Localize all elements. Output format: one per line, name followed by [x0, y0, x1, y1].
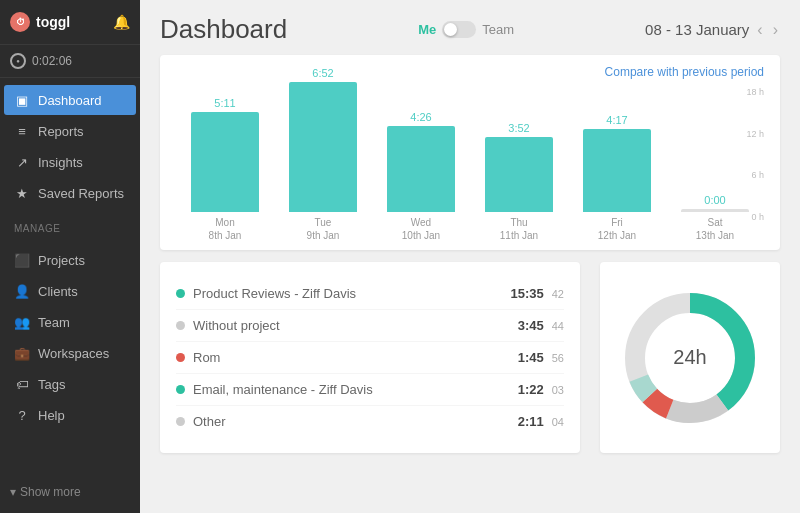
me-label: Me: [418, 22, 436, 37]
sidebar-item-label: Reports: [38, 124, 84, 139]
main-header: Dashboard Me Team 08 - 13 January ‹ ›: [140, 0, 800, 55]
breakdown-item: Product Reviews - Ziff Davis15:3542: [176, 278, 564, 310]
breakdown-item-seconds: 56: [552, 352, 564, 364]
bar: [191, 112, 260, 212]
sidebar-item-saved-reports[interactable]: ★ Saved Reports: [4, 178, 136, 208]
y-axis-label: 6 h: [746, 170, 764, 180]
bar: [583, 129, 652, 212]
compare-link[interactable]: Compare with previous period: [176, 65, 764, 79]
breakdown-item-seconds: 44: [552, 320, 564, 332]
breakdown-list: Product Reviews - Ziff Davis15:3542Witho…: [160, 262, 580, 453]
dot-icon: [176, 385, 185, 394]
bar-column: 3:52Thu11th Jan: [470, 122, 568, 242]
chart-y-axis: 18 h12 h6 h0 h: [746, 87, 764, 242]
y-axis-label: 18 h: [746, 87, 764, 97]
sidebar-item-help[interactable]: ? Help: [4, 400, 136, 430]
bar-value: 5:11: [214, 97, 235, 109]
sidebar-nav: ▣ Dashboard ≡ Reports ↗ Insights ★ Saved…: [0, 78, 140, 215]
sidebar-item-label: Saved Reports: [38, 186, 124, 201]
dot-icon: [176, 321, 185, 330]
sidebar-header: ⏱ toggl 🔔: [0, 0, 140, 45]
show-more-label: Show more: [20, 485, 81, 499]
breakdown-item-name: Other: [193, 414, 510, 429]
sidebar-item-label: Tags: [38, 377, 65, 392]
bar-column: 6:52Tue9th Jan: [274, 67, 372, 242]
reports-icon: ≡: [14, 123, 30, 139]
breakdown-item-time: 1:22: [518, 382, 544, 397]
bar-label: Sat13th Jan: [696, 216, 734, 242]
show-more-button[interactable]: ▾ Show more: [0, 479, 140, 505]
main-content: Dashboard Me Team 08 - 13 January ‹ › Co…: [140, 0, 800, 513]
logo: ⏱ toggl: [10, 12, 70, 32]
sidebar-item-label: Projects: [38, 253, 85, 268]
breakdown-item-name: Email, maintenance - Ziff Davis: [193, 382, 510, 397]
bar-label: Tue9th Jan: [307, 216, 340, 242]
logo-text: toggl: [36, 14, 70, 30]
donut-value: 24h: [673, 346, 706, 369]
help-icon: ?: [14, 407, 30, 423]
sidebar-item-tags[interactable]: 🏷 Tags: [4, 369, 136, 399]
prev-period-button[interactable]: ‹: [755, 21, 764, 39]
sidebar-item-dashboard[interactable]: ▣ Dashboard: [4, 85, 136, 115]
manage-nav: ⬛ Projects 👤 Clients 👥 Team 💼 Workspaces…: [0, 238, 140, 437]
bar-chart-section: Compare with previous period 5:11Mon8th …: [160, 55, 780, 250]
dot-icon: [176, 417, 185, 426]
bar-value: 0:00: [704, 194, 725, 206]
timer-section: ● 0:02:06: [0, 45, 140, 78]
me-team-switch[interactable]: [442, 21, 476, 38]
team-icon: 👥: [14, 314, 30, 330]
breakdown-item: Without project3:4544: [176, 310, 564, 342]
y-axis-label: 0 h: [746, 212, 764, 222]
manage-section-label: MANAGE: [0, 215, 140, 238]
breakdown-item-name: Without project: [193, 318, 510, 333]
bar-value: 6:52: [312, 67, 333, 79]
breakdown-item-seconds: 03: [552, 384, 564, 396]
bar-label: Thu11th Jan: [500, 216, 538, 242]
sidebar-item-label: Help: [38, 408, 65, 423]
workspaces-icon: 💼: [14, 345, 30, 361]
donut-center-label: 24h: [673, 346, 706, 369]
bar-column: 4:26Wed10th Jan: [372, 111, 470, 242]
sidebar-item-reports[interactable]: ≡ Reports: [4, 116, 136, 146]
sidebar-item-insights[interactable]: ↗ Insights: [4, 147, 136, 177]
timer-icon: ●: [10, 53, 26, 69]
sidebar-item-clients[interactable]: 👤 Clients: [4, 276, 136, 306]
breakdown-item-time: 1:45: [518, 350, 544, 365]
next-period-button[interactable]: ›: [771, 21, 780, 39]
dashboard-icon: ▣: [14, 92, 30, 108]
bar-column: 4:17Fri12th Jan: [568, 114, 666, 242]
me-team-toggle: Me Team: [418, 21, 514, 38]
sidebar-item-projects[interactable]: ⬛ Projects: [4, 245, 136, 275]
dot-icon: [176, 353, 185, 362]
saved-reports-icon: ★: [14, 185, 30, 201]
page-title: Dashboard: [160, 14, 287, 45]
bar: [681, 209, 750, 212]
breakdown-item-name: Rom: [193, 350, 510, 365]
toggle-knob: [444, 23, 457, 36]
dot-icon: [176, 289, 185, 298]
bottom-section: Product Reviews - Ziff Davis15:3542Witho…: [160, 262, 780, 453]
bar-chart: 5:11Mon8th Jan6:52Tue9th Jan4:26Wed10th …: [176, 87, 764, 242]
projects-icon: ⬛: [14, 252, 30, 268]
date-range-text: 08 - 13 January: [645, 21, 749, 38]
tags-icon: 🏷: [14, 376, 30, 392]
notifications-bell-icon[interactable]: 🔔: [113, 14, 130, 30]
bar-value: 3:52: [508, 122, 529, 134]
date-range: 08 - 13 January ‹ ›: [645, 21, 780, 39]
sidebar-item-label: Insights: [38, 155, 83, 170]
breakdown-item: Email, maintenance - Ziff Davis1:2203: [176, 374, 564, 406]
sidebar-item-label: Workspaces: [38, 346, 109, 361]
bar: [387, 126, 456, 212]
bar: [289, 82, 358, 212]
clients-icon: 👤: [14, 283, 30, 299]
insights-icon: ↗: [14, 154, 30, 170]
breakdown-item-time: 3:45: [518, 318, 544, 333]
sidebar-item-team[interactable]: 👥 Team: [4, 307, 136, 337]
sidebar-item-workspaces[interactable]: 💼 Workspaces: [4, 338, 136, 368]
sidebar-item-label: Dashboard: [38, 93, 102, 108]
timer-value: 0:02:06: [32, 54, 72, 68]
breakdown-item-seconds: 42: [552, 288, 564, 300]
bar-label: Mon8th Jan: [209, 216, 242, 242]
breakdown-item: Rom1:4556: [176, 342, 564, 374]
bar-column: 5:11Mon8th Jan: [176, 97, 274, 242]
